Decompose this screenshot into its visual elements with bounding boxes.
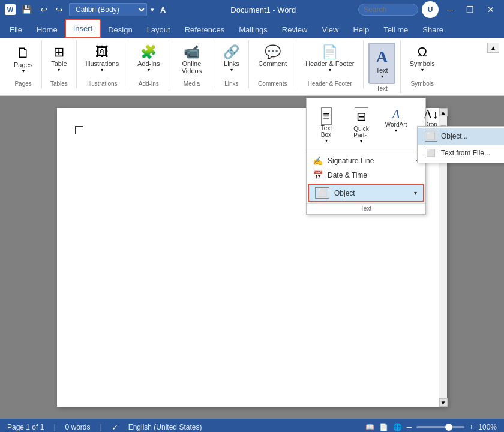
title-bar-center: Document1 - Word [230,5,296,14]
addins-arrow: ▾ [148,67,150,73]
textbox-arrow: ▾ [325,138,328,143]
wordart-label: WordArt [385,121,407,128]
textfromfile-label: Text from File... [441,149,490,157]
object-item-textfromfile[interactable]: ⬜ Text from File... [418,145,504,161]
quickparts-icon: ⊟ [355,107,368,125]
group-text: A Text ▾ Text [364,40,400,93]
word-count: 0 words [65,423,91,431]
ribbon: File Home Insert Design Layout Reference… [0,19,504,96]
signatureline-button[interactable]: ✍ Signature Line ▾ [307,154,425,168]
tab-tellme[interactable]: Tell me [376,22,415,38]
minimize-button[interactable]: ─ [442,0,458,19]
pages-button[interactable]: 🗋 Pages ▾ [10,43,37,77]
signatureline-icon: ✍ [313,156,323,166]
comment-button[interactable]: 💬 Comment [254,43,291,70]
zoom-in-button[interactable]: + [469,423,473,431]
tab-help[interactable]: Help [346,22,376,38]
text-button[interactable]: A Text ▾ [368,43,395,84]
headerfooter-button[interactable]: 📄 Header & Footer ▾ [301,43,358,76]
links-button[interactable]: 🔗 Links ▾ [219,43,244,76]
group-media: 📹 Online Videos Media [169,40,214,88]
textbox-dropdown-button[interactable]: ≡ TextBox ▾ [311,104,341,146]
table-icon: ⊞ [53,46,64,59]
addins-buttons: 🧩 Add-ins ▾ [133,40,164,79]
font-dropdown-arrow: ▾ [151,6,154,14]
tab-file[interactable]: File [2,22,29,38]
save-button[interactable]: 💾 [19,4,34,16]
zoom-level: 100% [478,423,497,431]
object-item-icon: ⬜ [425,131,437,142]
text-buttons: A Text ▾ [368,40,395,84]
quickparts-arrow: ▾ [360,139,362,144]
pages-buttons: 🗋 Pages ▾ [10,40,37,79]
links-group-label: Links [224,79,238,88]
illustrations-buttons: 🖼 Illustrations ▾ [82,40,124,79]
ribbon-scroll-up[interactable]: ▲ [487,43,499,53]
view-icon-web[interactable]: 🌐 [393,423,402,431]
datetime-label: Date & Time [328,171,367,179]
font-selector[interactable]: Calibri (Body) [69,3,147,16]
object-item-object[interactable]: ⬜ Object... [418,128,504,145]
language: English (United States) [128,423,202,431]
page-number: Page 1 of 1 [7,423,44,431]
view-icon-print[interactable]: 📄 [379,423,388,431]
title-bar: W 💾 ↩ ↪ Calibri (Body) ▾ A Document1 - W… [0,0,504,19]
textbox-label: TextBox [321,125,332,138]
tab-mailings[interactable]: Mailings [232,22,275,38]
table-button[interactable]: ⊞ Table ▾ [47,43,71,76]
onlinevideos-button[interactable]: 📹 Online Videos [174,43,209,77]
tab-layout[interactable]: Layout [140,22,178,38]
comment-label: Comment [258,60,287,67]
text-dropdown: ≡ TextBox ▾ ⊟ QuickParts ▾ A WordArt ▾ A… [306,98,426,215]
redo-button[interactable]: ↪ [53,4,65,16]
tab-share[interactable]: Share [415,22,451,38]
textfromfile-icon: ⬜ [425,148,437,158]
title-bar-left: W 💾 ↩ ↪ Calibri (Body) ▾ A [5,3,168,16]
headerfooter-arrow: ▾ [329,67,331,73]
document-title: Document1 - Word [230,5,296,14]
tab-insert[interactable]: Insert [65,19,101,38]
tab-view[interactable]: View [314,22,346,38]
quickparts-dropdown-button[interactable]: ⊟ QuickParts ▾ [346,104,376,147]
pages-icon: 🗋 [16,46,31,60]
headerfooter-group-label: Header & Footer [308,79,352,88]
object-dropdown-button[interactable]: ⬜ Object ▾ [308,184,424,202]
zoom-slider-thumb[interactable] [445,424,452,431]
view-icon-read[interactable]: 📖 [365,423,374,431]
wordart-arrow: ▾ [395,128,397,133]
symbols-group-label: Symbols [411,79,434,88]
format-button[interactable]: A [158,4,168,16]
restore-button[interactable]: ❐ [461,0,479,19]
table-label: Table [51,60,67,67]
tab-home[interactable]: Home [29,22,65,38]
illustrations-button[interactable]: 🖼 Illustrations ▾ [82,43,124,76]
wordart-dropdown-button[interactable]: A WordArt ▾ [381,104,411,136]
tables-group-label: Tables [50,79,68,88]
dropcap-icon: A↓ [424,107,438,121]
symbols-arrow: ▾ [421,67,424,73]
ribbon-tabs: File Home Insert Design Layout Reference… [0,19,504,38]
status-right: 📖 📄 🌐 ─ + 100% [365,423,497,431]
illustrations-icon: 🖼 [95,46,109,59]
close-button[interactable]: ✕ [482,0,499,19]
comment-icon: 💬 [265,46,281,59]
illustrations-label: Illustrations [86,60,119,67]
object-item-label: Object... [441,132,468,140]
datetime-button[interactable]: 📅 Date & Time [307,168,425,182]
symbols-label: Symbols [410,60,435,67]
headerfooter-label: Header & Footer [305,60,354,67]
undo-button[interactable]: ↩ [38,4,50,16]
addins-button[interactable]: 🧩 Add-ins ▾ [133,43,164,76]
user-avatar[interactable]: U [422,1,439,18]
symbols-button[interactable]: Ω Symbols ▾ [406,43,439,76]
zoom-out-button[interactable]: ─ [407,423,412,431]
text-group-label: Text [376,84,387,93]
zoom-slider[interactable] [416,426,464,428]
tab-review[interactable]: Review [275,22,315,38]
tab-references[interactable]: References [178,22,232,38]
search-input[interactable] [358,4,418,16]
wordart-icon: A [392,107,400,121]
tab-design[interactable]: Design [101,22,139,38]
datetime-icon: 📅 [313,170,323,180]
scroll-down-arrow[interactable]: ▼ [439,398,448,407]
